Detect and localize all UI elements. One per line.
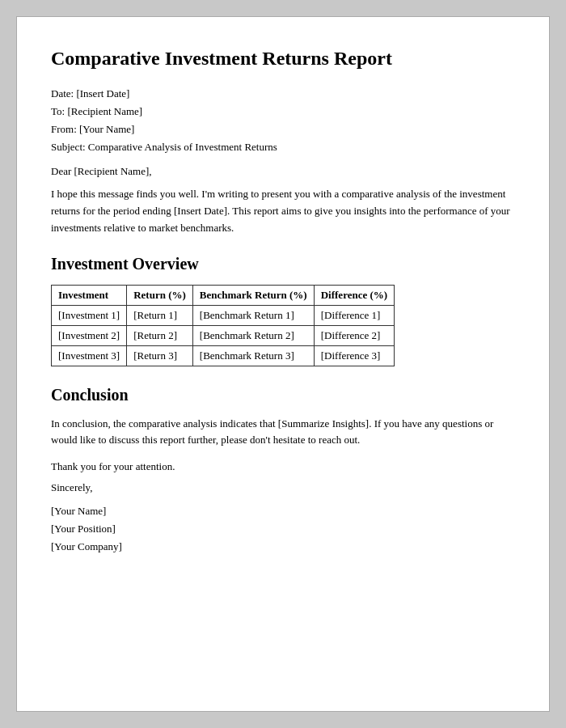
conclusion-paragraph: In conclusion, the comparative analysis … [51, 416, 515, 450]
table-row: [Investment 2] [Return 2] [Benchmark Ret… [52, 325, 395, 345]
cell-investment-3: [Investment 3] [52, 345, 127, 366]
signature-name: [Your Name] [51, 502, 515, 520]
cell-difference-2: [Difference 2] [314, 325, 394, 345]
col-header-return: Return (%) [127, 285, 193, 305]
intro-paragraph: I hope this message finds you well. I'm … [51, 186, 515, 236]
to-line: To: [Recipient Name] [51, 105, 515, 118]
signature-position: [Your Position] [51, 520, 515, 538]
cell-investment-2: [Investment 2] [52, 325, 127, 345]
cell-difference-1: [Difference 1] [314, 305, 394, 325]
subject-line: Subject: Comparative Analysis of Investm… [51, 141, 515, 154]
col-header-difference: Difference (%) [314, 285, 394, 305]
table-header-row: Investment Return (%) Benchmark Return (… [52, 285, 395, 305]
cell-benchmark-2: [Benchmark Return 2] [192, 325, 314, 345]
date-line: Date: [Insert Date] [51, 87, 515, 100]
document-title: Comparative Investment Returns Report [51, 46, 515, 71]
investment-table: Investment Return (%) Benchmark Return (… [51, 285, 395, 366]
signature-company: [Your Company] [51, 538, 515, 556]
greeting-line: Dear [Recipient Name], [51, 165, 515, 178]
from-line: From: [Your Name] [51, 123, 515, 136]
cell-difference-3: [Difference 3] [314, 345, 394, 366]
cell-investment-1: [Investment 1] [52, 305, 127, 325]
document-page: Comparative Investment Returns Report Da… [16, 16, 550, 712]
cell-benchmark-3: [Benchmark Return 3] [192, 345, 314, 366]
table-row: [Investment 1] [Return 1] [Benchmark Ret… [52, 305, 395, 325]
col-header-investment: Investment [52, 285, 127, 305]
thank-you-line: Thank you for your attention. [51, 460, 515, 473]
conclusion-heading: Conclusion [51, 386, 515, 404]
sincerely-line: Sincerely, [51, 481, 515, 494]
investment-overview-heading: Investment Overview [51, 255, 515, 273]
cell-return-2: [Return 2] [127, 325, 193, 345]
cell-return-1: [Return 1] [127, 305, 193, 325]
cell-return-3: [Return 3] [127, 345, 193, 366]
table-row: [Investment 3] [Return 3] [Benchmark Ret… [52, 345, 395, 366]
col-header-benchmark: Benchmark Return (%) [192, 285, 314, 305]
cell-benchmark-1: [Benchmark Return 1] [192, 305, 314, 325]
signature-block: [Your Name] [Your Position] [Your Compan… [51, 502, 515, 556]
